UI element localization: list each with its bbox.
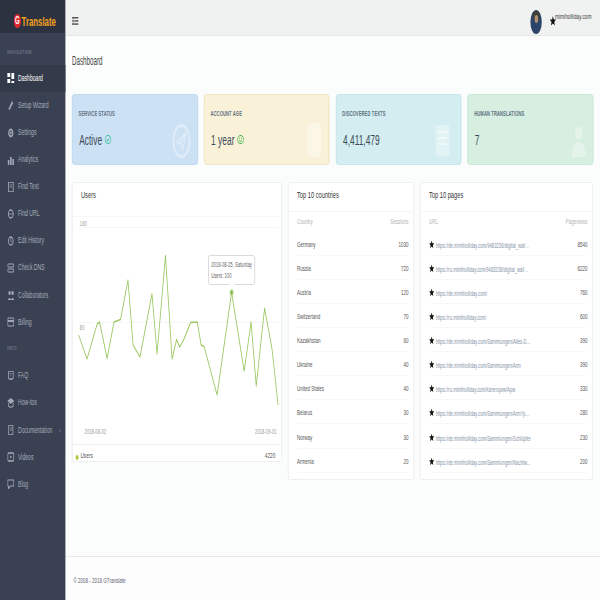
svg-text:?: ? <box>10 372 12 378</box>
